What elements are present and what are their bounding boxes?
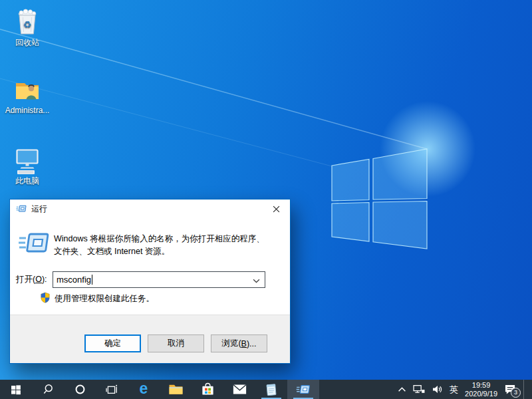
run-dialog: 运行 Windows 将根据你所输入的名称，为你打开相应的程序、 文件夹、文档或… bbox=[9, 199, 291, 364]
open-field-label: 打开(O): bbox=[16, 271, 47, 288]
recycle-bin-icon: ♻ bbox=[11, 5, 43, 37]
desktop-icon-label: 此电脑 bbox=[0, 176, 55, 186]
task-view-icon bbox=[106, 384, 118, 395]
ime-language-indicator[interactable]: 英 bbox=[450, 385, 458, 394]
notepad-icon bbox=[265, 383, 278, 396]
uac-shield-icon bbox=[40, 292, 51, 303]
edge-button[interactable]: e bbox=[128, 380, 160, 399]
ok-button[interactable]: 确定 bbox=[84, 334, 141, 352]
run-dialog-titlebar[interactable]: 运行 bbox=[10, 200, 290, 218]
dialog-description: Windows 将根据你所输入的名称，为你打开相应的程序、 文件夹、文档或 In… bbox=[54, 233, 280, 258]
cortana-icon bbox=[74, 384, 86, 395]
network-status-button[interactable] bbox=[413, 384, 425, 394]
open-input[interactable]: msconfig bbox=[53, 271, 265, 288]
tray-time: 19:59 bbox=[465, 381, 497, 390]
file-explorer-icon bbox=[168, 383, 184, 396]
system-tray: 英 19:59 2020/9/19 3 bbox=[398, 380, 532, 399]
task-view-button[interactable] bbox=[96, 380, 128, 399]
search-button[interactable] bbox=[32, 380, 64, 399]
svg-text:♻: ♻ bbox=[23, 19, 32, 30]
action-center-button[interactable]: 3 bbox=[504, 384, 517, 395]
notification-badge: 3 bbox=[511, 388, 521, 398]
start-button[interactable] bbox=[0, 380, 32, 399]
search-icon bbox=[43, 384, 54, 395]
taskbar-buttons: e bbox=[0, 380, 319, 399]
taskbar: e bbox=[0, 380, 532, 399]
ethernet-network-icon bbox=[413, 384, 425, 394]
run-icon bbox=[16, 204, 27, 213]
close-button[interactable] bbox=[262, 200, 290, 218]
description-line-1: Windows 将根据你所输入的名称，为你打开相应的程序、 bbox=[54, 233, 280, 245]
desktop-icon-this-pc[interactable]: 此电脑 bbox=[0, 144, 55, 186]
dialog-title: 运行 bbox=[31, 203, 47, 215]
notepad-button[interactable] bbox=[255, 380, 287, 399]
mail-button[interactable] bbox=[223, 380, 255, 399]
desktop-icon-administrator[interactable]: Administra... bbox=[0, 73, 55, 115]
run-taskbar-button[interactable] bbox=[287, 380, 319, 399]
cancel-button[interactable]: 取消 bbox=[148, 334, 204, 352]
desktop-icon-recycle-bin[interactable]: ♻ 回收站 bbox=[0, 5, 55, 47]
chevron-down-icon bbox=[253, 279, 260, 283]
description-line-2: 文件夹、文档或 Internet 资源。 bbox=[54, 245, 280, 258]
admin-privileges-note: 使用管理权限创建此任务。 bbox=[55, 293, 154, 305]
chevron-up-icon bbox=[398, 386, 406, 392]
user-folder-icon bbox=[11, 73, 43, 105]
windows-desktop: ♻ 回收站 Administra... 此电脑 bbox=[0, 0, 532, 399]
windows-start-icon bbox=[11, 384, 21, 395]
store-button[interactable] bbox=[192, 380, 223, 399]
desktop-icon-label: Administra... bbox=[0, 106, 55, 115]
show-desktop-button[interactable] bbox=[523, 380, 527, 399]
tray-overflow-button[interactable] bbox=[398, 386, 406, 392]
file-explorer-button[interactable] bbox=[160, 380, 192, 399]
store-icon bbox=[201, 382, 215, 396]
mail-icon bbox=[233, 384, 247, 395]
edge-icon: e bbox=[140, 381, 148, 396]
volume-button[interactable] bbox=[432, 384, 443, 394]
desktop-icon-label: 回收站 bbox=[0, 38, 55, 47]
close-icon bbox=[273, 205, 280, 213]
speaker-icon bbox=[432, 384, 443, 394]
tray-date: 2020/9/19 bbox=[465, 390, 497, 398]
this-pc-icon bbox=[11, 144, 43, 176]
run-icon-large bbox=[18, 230, 50, 257]
dialog-footer: 确定 取消 浏览(B)... bbox=[10, 315, 290, 363]
text-caret bbox=[92, 275, 92, 285]
cortana-button[interactable] bbox=[64, 380, 96, 399]
clock[interactable]: 19:59 2020/9/19 bbox=[465, 381, 497, 398]
browse-button[interactable]: 浏览(B)... bbox=[211, 334, 267, 352]
open-input-value: msconfig bbox=[57, 275, 91, 285]
run-icon bbox=[296, 384, 311, 396]
combo-dropdown-button[interactable] bbox=[253, 279, 260, 283]
